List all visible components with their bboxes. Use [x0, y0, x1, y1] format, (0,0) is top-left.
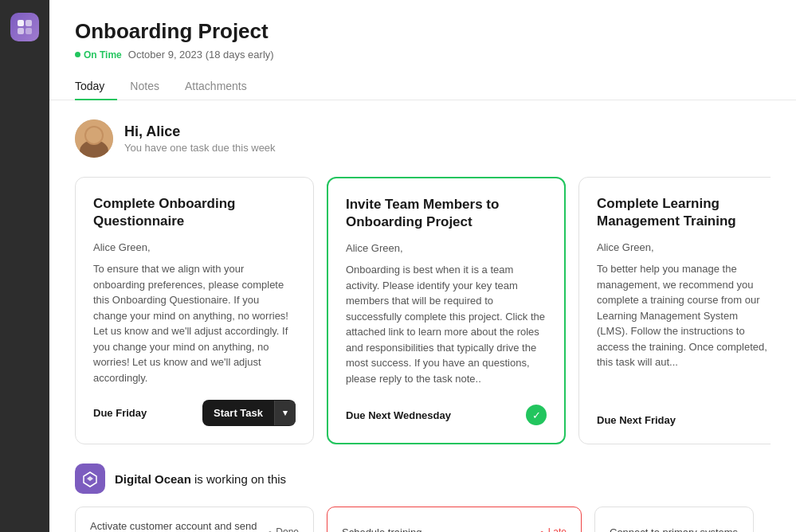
- card-2-body: Onboarding is best when it is a team act…: [346, 262, 547, 390]
- card-1-due-label: Due: [93, 407, 113, 419]
- company-text: Digital Ocean is working on this: [115, 472, 286, 486]
- card-1-title: Complete Onboarding Questionnaire: [93, 195, 296, 230]
- svg-rect-3: [25, 28, 32, 34]
- card-3-title: Complete Learning Management Training: [597, 195, 767, 230]
- card-3-due-label: Due: [597, 414, 617, 426]
- cards-row: Complete Onboarding Questionnaire Alice …: [75, 177, 771, 444]
- task-1-label: Activate customer account and send welco…: [90, 520, 268, 532]
- svg-rect-0: [18, 20, 24, 26]
- company-icon: [75, 464, 105, 494]
- tasks-row: Activate customer account and send welco…: [75, 507, 771, 532]
- page-title: Onboarding Project: [75, 19, 771, 44]
- card-3-due-value: Next Friday: [619, 414, 676, 426]
- card-3-body: To better help you manage the management…: [597, 261, 767, 400]
- card-invite: Invite Team Members to Onboarding Projec…: [327, 177, 566, 444]
- greeting-title: Hi, Alice: [124, 123, 276, 140]
- content-area: Hi, Alice You have one task due this wee…: [49, 100, 796, 532]
- status-text: On Time: [84, 49, 122, 61]
- task-2-label: Schedule training: [342, 526, 422, 532]
- svg-rect-1: [25, 20, 32, 26]
- card-1-due-value: Friday: [116, 407, 147, 419]
- status-row: On Time October 9, 2023 (18 days early): [75, 49, 771, 61]
- card-questionnaire: Complete Onboarding Questionnaire Alice …: [75, 177, 314, 444]
- company-row: Digital Ocean is working on this: [75, 464, 771, 494]
- card-2-footer: Due Next Wednesday ✓: [346, 405, 547, 425]
- card-1-recipient: Alice Green,: [93, 241, 296, 253]
- greeting-text: Hi, Alice You have one task due this wee…: [124, 123, 276, 154]
- avatar: [75, 119, 113, 158]
- card-3-footer: Due Next Friday: [597, 414, 767, 426]
- card-1-body: To ensure that we align with your onboar…: [93, 261, 296, 385]
- status-date: October 9, 2023 (18 days early): [128, 49, 274, 61]
- card-2-recipient: Alice Green,: [346, 242, 547, 254]
- main-content: Onboarding Project On Time October 9, 20…: [49, 0, 796, 532]
- task-item-connect[interactable]: Connect to primary systems: [594, 507, 754, 532]
- avatar-image: [75, 119, 113, 158]
- start-task-arrow-icon: ▾: [274, 401, 296, 425]
- start-task-button[interactable]: Start Task ▾: [202, 400, 296, 426]
- page-header: Onboarding Project On Time October 9, 20…: [49, 0, 796, 100]
- card-2-title: Invite Team Members to Onboarding Projec…: [346, 196, 547, 231]
- card-2-due: Due Next Wednesday: [346, 409, 451, 421]
- task-item-activate[interactable]: Activate customer account and send welco…: [75, 507, 314, 532]
- task-1-status: Done: [268, 526, 299, 532]
- card-2-due-label: Due: [346, 409, 366, 421]
- card-3-due: Due Next Friday: [597, 414, 676, 426]
- task-item-schedule[interactable]: Schedule training Late: [327, 507, 582, 532]
- status-dot: [75, 52, 80, 57]
- task-2-status: Late: [540, 526, 567, 532]
- task-3-label: Connect to primary systems: [610, 526, 738, 532]
- card-3-recipient: Alice Green,: [597, 241, 767, 253]
- svg-rect-2: [18, 28, 24, 34]
- greeting-row: Hi, Alice You have one task due this wee…: [75, 119, 771, 158]
- greeting-subtitle: You have one task due this week: [124, 142, 276, 154]
- company-working-text: is working on this: [194, 472, 286, 486]
- tab-attachments[interactable]: Attachments: [172, 73, 260, 100]
- card-training: Complete Learning Management Training Al…: [578, 177, 771, 444]
- card-2-due-value: Next Wednesday: [368, 409, 451, 421]
- sidebar: [0, 0, 49, 532]
- app-logo[interactable]: [10, 13, 39, 41]
- completed-check-icon: ✓: [526, 405, 547, 425]
- tab-notes[interactable]: Notes: [117, 73, 172, 100]
- card-1-footer: Due Friday Start Task ▾: [93, 400, 296, 426]
- status-badge: On Time: [75, 49, 122, 61]
- card-1-due: Due Friday: [93, 407, 147, 419]
- company-name: Digital Ocean: [115, 472, 191, 486]
- tab-bar: Today Notes Attachments: [75, 73, 771, 100]
- start-task-label: Start Task: [202, 400, 274, 426]
- tab-today[interactable]: Today: [75, 73, 117, 100]
